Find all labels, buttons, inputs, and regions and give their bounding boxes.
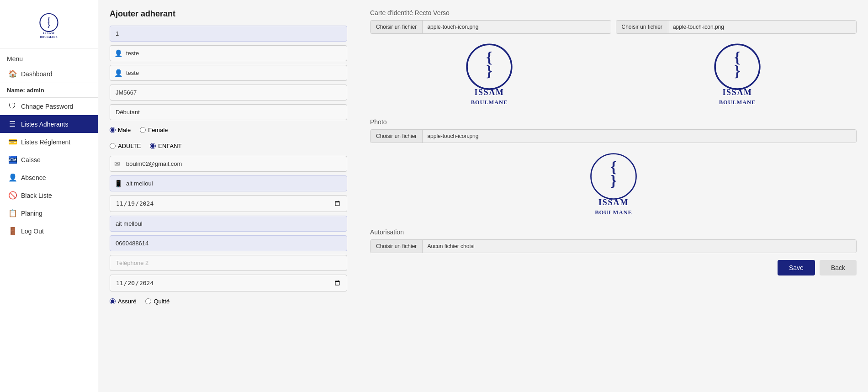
status-quitte-label[interactable]: Quitté bbox=[145, 298, 169, 305]
age-adulte-radio[interactable] bbox=[110, 143, 116, 149]
status-quitte-text: Quitté bbox=[153, 298, 169, 305]
photo-logo-svg: { } ISSAM BOULMANE bbox=[572, 148, 655, 222]
name-label: Name: admin bbox=[0, 83, 98, 98]
carte-id-title: Carte d'identité Recto Verso bbox=[370, 9, 857, 16]
address-input[interactable] bbox=[110, 216, 347, 232]
page-title: Ajouter adherant bbox=[110, 9, 347, 19]
sidebar-item-label: Listes Réglement bbox=[21, 138, 70, 146]
right-panel: Carte d'identité Recto Verso Choisir un … bbox=[359, 0, 868, 392]
age-enfant-label[interactable]: ENFANT bbox=[150, 143, 181, 149]
photo-choose-button[interactable]: Choisir un fichier bbox=[370, 130, 423, 143]
brand-logo: { } ISSAM BOULMANE bbox=[33, 9, 65, 41]
list-icon: ☰ bbox=[8, 120, 16, 128]
person-icon: 👤 bbox=[8, 173, 16, 182]
phone1-input[interactable] bbox=[110, 235, 347, 251]
carte-logos-row: { } ISSAM BOULMANE { } ISSAM BOULMANE bbox=[370, 38, 857, 111]
status-assure-text: Assuré bbox=[118, 298, 136, 305]
shield-icon: 🛡 bbox=[8, 102, 16, 111]
gender-female-radio[interactable] bbox=[140, 127, 146, 133]
sidebar-item-label: Log Out bbox=[21, 228, 44, 235]
planing-icon: 📋 bbox=[8, 209, 16, 217]
svg-text:BOULMANE: BOULMANE bbox=[595, 209, 632, 216]
caisse-icon: 🏧 bbox=[8, 155, 16, 164]
sidebar-item-label: Planing bbox=[21, 210, 42, 217]
sidebar-item-dashboard[interactable]: 🏠 Dashboard bbox=[0, 65, 98, 83]
svg-text:ISSAM: ISSAM bbox=[43, 32, 55, 35]
recto-choose-button[interactable]: Choisir un fichier bbox=[370, 21, 423, 33]
save-button[interactable]: Save bbox=[778, 260, 815, 275]
birthdate-field bbox=[110, 195, 347, 212]
sidebar-item-label: Black Liste bbox=[21, 192, 52, 199]
svg-text:BOULMANE: BOULMANE bbox=[471, 99, 508, 106]
svg-text:ISSAM: ISSAM bbox=[722, 88, 752, 97]
photo-file-name: apple-touch-icon.png bbox=[423, 130, 856, 143]
age-group-field: ADULTE ENFANT bbox=[110, 140, 347, 152]
gender-male-radio[interactable] bbox=[110, 127, 116, 133]
phone1-field bbox=[110, 235, 347, 251]
sidebar-item-listes-adherants[interactable]: ☰ Listes Adherants bbox=[0, 115, 98, 133]
action-buttons: Save Back bbox=[370, 260, 857, 275]
city-input[interactable] bbox=[110, 175, 347, 191]
sidebar-item-label: Chnage Password bbox=[21, 103, 73, 110]
status-quitte-radio[interactable] bbox=[145, 298, 151, 304]
last-name-field: 👤 bbox=[110, 65, 347, 81]
age-enfant-text: ENFANT bbox=[158, 143, 181, 149]
sidebar-item-planing[interactable]: 📋 Planing bbox=[0, 204, 98, 222]
level-field bbox=[110, 104, 347, 120]
person-icon: 👤 bbox=[114, 49, 123, 58]
autorisation-upload-box: Choisir un fichier Aucun fichier choisi bbox=[370, 239, 857, 253]
subscription-date-input[interactable] bbox=[110, 275, 347, 291]
sidebar-item-absence[interactable]: 👤 Absence bbox=[0, 169, 98, 186]
status-assure-label[interactable]: Assuré bbox=[110, 298, 136, 305]
recto-upload-box: Choisir un fichier apple-touch-icon.png bbox=[370, 20, 611, 34]
status-field: Assuré Quitté bbox=[110, 295, 347, 307]
verso-choose-button[interactable]: Choisir un fichier bbox=[616, 21, 668, 33]
first-name-input[interactable] bbox=[110, 45, 347, 61]
card-icon: 💳 bbox=[8, 138, 16, 146]
svg-text:}: } bbox=[487, 63, 492, 79]
age-enfant-radio[interactable] bbox=[150, 143, 156, 149]
photo-title: Photo bbox=[370, 118, 857, 126]
last-name-input[interactable] bbox=[110, 65, 347, 81]
recto-file-name: apple-touch-icon.png bbox=[423, 21, 610, 33]
status-assure-radio[interactable] bbox=[110, 298, 116, 304]
level-input[interactable] bbox=[110, 104, 347, 120]
address-field bbox=[110, 216, 347, 232]
sidebar-item-caisse[interactable]: 🏧 Caisse bbox=[0, 151, 98, 169]
svg-text:ISSAM: ISSAM bbox=[598, 198, 628, 207]
autorisation-title: Autorisation bbox=[370, 228, 857, 236]
autorisation-file-name: Aucun fichier choisi bbox=[423, 240, 856, 253]
id-input[interactable] bbox=[110, 26, 347, 42]
email-icon: ✉ bbox=[114, 160, 120, 168]
email-input[interactable] bbox=[110, 156, 347, 172]
sidebar-item-label: Listes Adherants bbox=[21, 121, 69, 128]
svg-text:BOULMANE: BOULMANE bbox=[40, 36, 58, 38]
verso-file-name: apple-touch-icon.png bbox=[668, 21, 856, 33]
recto-logo-preview: { } ISSAM BOULMANE bbox=[370, 38, 609, 111]
sidebar-item-black-liste[interactable]: 🚫 Black Liste bbox=[0, 186, 98, 204]
sidebar-item-change-password[interactable]: 🛡 Chnage Password bbox=[0, 98, 98, 115]
gender-female-label[interactable]: Female bbox=[140, 127, 168, 133]
verso-upload-box: Choisir un fichier apple-touch-icon.png bbox=[616, 20, 857, 34]
code-input[interactable] bbox=[110, 85, 347, 101]
gender-female-text: Female bbox=[148, 127, 168, 133]
phone2-input[interactable] bbox=[110, 255, 347, 271]
sidebar-item-listes-reglement[interactable]: 💳 Listes Réglement bbox=[0, 133, 98, 151]
gender-field: Male Female bbox=[110, 124, 347, 136]
back-button[interactable]: Back bbox=[820, 260, 857, 275]
sidebar-item-logout[interactable]: 🚪 Log Out bbox=[0, 222, 98, 240]
gender-male-label[interactable]: Male bbox=[110, 127, 131, 133]
code-field bbox=[110, 85, 347, 101]
city-field: 📱 bbox=[110, 175, 347, 191]
birthdate-input[interactable] bbox=[110, 195, 347, 212]
sidebar-nav: 🏠 Dashboard Name: admin 🛡 Chnage Passwor… bbox=[0, 65, 98, 392]
svg-text:BOULMANE: BOULMANE bbox=[719, 99, 756, 106]
subscription-date-field bbox=[110, 275, 347, 291]
photo-preview-area: { } ISSAM BOULMANE bbox=[370, 148, 857, 222]
block-icon: 🚫 bbox=[8, 191, 16, 200]
logout-icon: 🚪 bbox=[8, 227, 16, 235]
main-content: Ajouter adherant 👤 👤 Male Female bbox=[98, 0, 868, 392]
age-adulte-label[interactable]: ADULTE bbox=[110, 143, 141, 149]
autorisation-choose-button[interactable]: Choisir un fichier bbox=[370, 240, 423, 253]
gender-male-text: Male bbox=[118, 127, 131, 133]
